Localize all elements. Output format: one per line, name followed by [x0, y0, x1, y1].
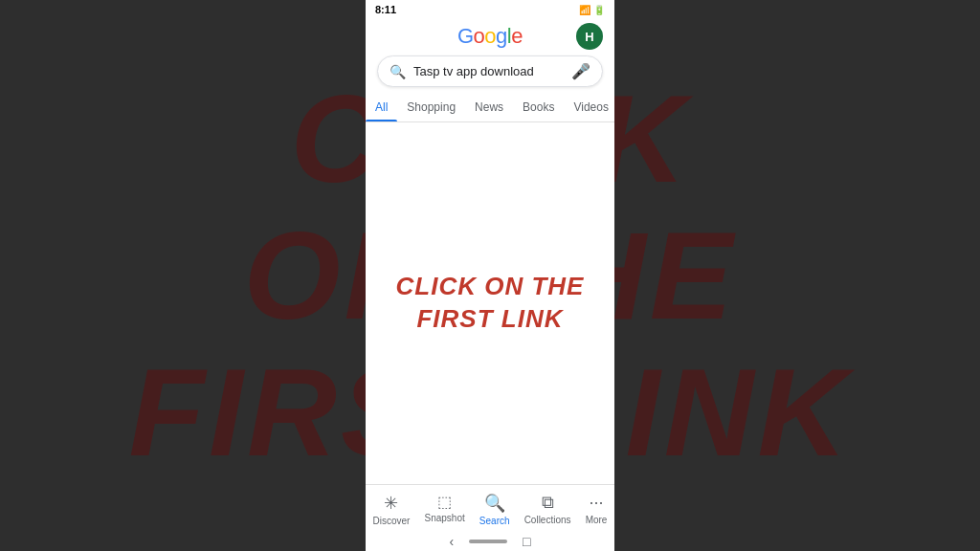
google-logo: Google: [457, 24, 523, 49]
status-time: 8:11: [375, 4, 396, 15]
status-icons: 📶 🔋: [579, 5, 605, 15]
home-indicator[interactable]: [469, 540, 507, 543]
battery-icon: 🔋: [593, 5, 605, 15]
user-avatar[interactable]: H: [576, 23, 603, 50]
nav-discover[interactable]: ✳ Discover: [368, 491, 416, 528]
more-icon: ···: [590, 493, 604, 513]
avatar-initial: H: [585, 30, 593, 44]
nav-collections[interactable]: ⧉ Collections: [519, 491, 577, 528]
bottom-nav: ✳ Discover ⬚ Snapshot 🔍 Search ⧉ Collect…: [366, 484, 614, 532]
search-tabs: All Shopping News Books Videos Im: [366, 93, 614, 122]
tab-videos[interactable]: Videos: [564, 93, 614, 121]
tab-all[interactable]: All: [366, 93, 397, 121]
right-overlay: [614, 0, 980, 551]
search-query[interactable]: Tasp tv app download: [413, 64, 564, 78]
back-button[interactable]: ‹: [449, 534, 454, 549]
phone-frame: 8:11 📶 🔋 Google H 🔍 Tasp tv app download…: [366, 0, 614, 551]
main-content: Click on the first link: [366, 122, 614, 484]
collections-icon: ⧉: [542, 493, 554, 513]
nav-snapshot[interactable]: ⬚ Snapshot: [419, 491, 471, 528]
search-label: Search: [479, 516, 510, 526]
instruction-line2: first link: [396, 303, 585, 336]
signal-icon: 📶: [579, 5, 590, 15]
gesture-bar: ‹ □: [366, 532, 614, 551]
tab-books[interactable]: Books: [513, 93, 564, 121]
nav-search[interactable]: 🔍 Search: [474, 491, 516, 528]
instruction-text: Click on the first link: [396, 271, 585, 336]
snapshot-label: Snapshot: [425, 513, 465, 523]
recents-button[interactable]: □: [523, 534, 530, 549]
mic-icon[interactable]: 🎤: [571, 62, 590, 80]
status-bar: 8:11 📶 🔋: [366, 0, 614, 17]
search-icon: 🔍: [390, 64, 406, 79]
more-label: More: [586, 515, 608, 525]
left-overlay: [0, 0, 366, 551]
search-nav-icon: 🔍: [484, 493, 505, 514]
collections-label: Collections: [524, 515, 571, 525]
google-header: Google H 🔍 Tasp tv app download 🎤: [366, 17, 614, 93]
discover-icon: ✳: [384, 493, 398, 514]
tab-shopping[interactable]: Shopping: [397, 93, 465, 121]
discover-label: Discover: [373, 516, 411, 526]
snapshot-icon: ⬚: [437, 493, 452, 511]
nav-more[interactable]: ··· More: [580, 491, 613, 528]
search-bar[interactable]: 🔍 Tasp tv app download 🎤: [377, 55, 603, 87]
tab-news[interactable]: News: [465, 93, 513, 121]
instruction-line1: Click on the: [396, 271, 585, 303]
google-logo-row: Google H: [377, 23, 603, 50]
